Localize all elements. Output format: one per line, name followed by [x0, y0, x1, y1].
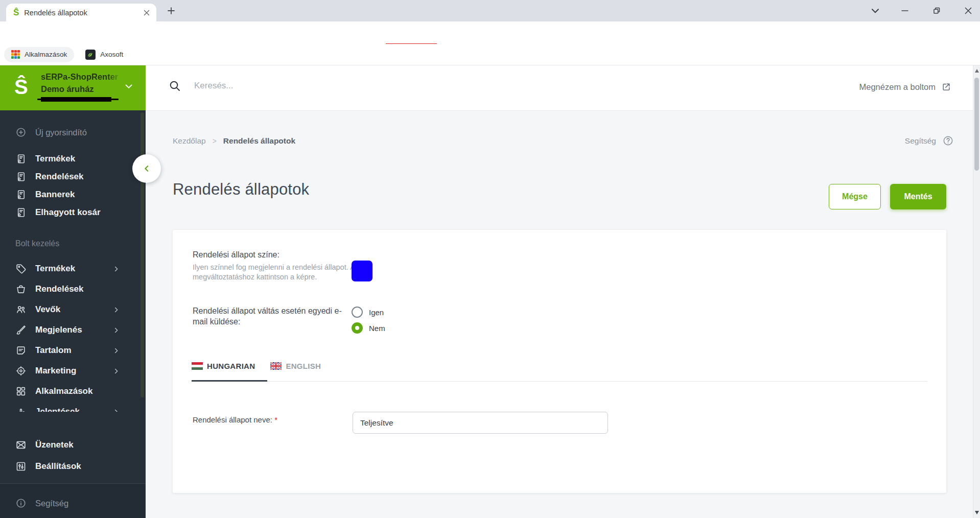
- search-icon[interactable]: [169, 80, 181, 92]
- new-shortcut-button[interactable]: Új gyorsindító: [0, 125, 142, 139]
- sidebar-item-beallitasok[interactable]: Beállítások: [0, 456, 142, 477]
- axosoft-icon: [85, 50, 96, 60]
- breadcrumb-separator: >: [213, 137, 217, 145]
- sidebar-item-megjelenes[interactable]: Megjelenés: [0, 320, 142, 340]
- sidebar-item-label: Tartalom: [35, 345, 72, 356]
- chevron-right-icon: [112, 408, 120, 412]
- target-icon: [15, 365, 27, 376]
- radio-unselected[interactable]: [352, 307, 363, 318]
- page-scrollbar[interactable]: [973, 65, 980, 518]
- sidebar-item-vevok[interactable]: Vevők: [0, 299, 142, 320]
- search-input[interactable]: [194, 81, 409, 91]
- shoprenter-logo-icon: Ŝ: [14, 76, 28, 98]
- tab-title: Rendelés állapotok: [24, 9, 142, 17]
- radio-option-yes[interactable]: Igen: [352, 307, 384, 318]
- quicklink-label: Bannerek: [35, 190, 75, 200]
- radio-yes-label: Igen: [369, 308, 384, 317]
- status-name-input[interactable]: [353, 412, 608, 434]
- color-field-description: Ilyen színnel fog megjelenni a rendelési…: [193, 263, 360, 282]
- chevron-right-icon: [112, 347, 120, 355]
- sidebar-bottom-panel: Segítség: [0, 484, 146, 518]
- sidebar-item-rendelesek[interactable]: Rendelések: [0, 279, 142, 299]
- name-field-label: Rendelési állapot neve: *: [193, 415, 277, 424]
- store-chevron-down-icon[interactable]: [124, 81, 134, 91]
- sidebar-item-segitseg[interactable]: Segítség: [0, 493, 142, 513]
- tab-hungarian-label: HUNGARIAN: [207, 362, 255, 370]
- apps-grid-icon: [11, 50, 20, 59]
- tab-close-icon[interactable]: [142, 8, 151, 17]
- browser-url-row: teszt437.shoprenter.hu/admin/index.php?r…: [0, 21, 980, 44]
- tag-icon: [15, 263, 27, 274]
- new-tab-button[interactable]: [166, 5, 177, 16]
- quicklink-bannerek[interactable]: Bannerek: [0, 185, 142, 203]
- sidebar-item-label: Megjelenés: [35, 325, 82, 335]
- breadcrumb-home[interactable]: Kezdőlap: [173, 136, 206, 146]
- tab-english-label: ENGLISH: [286, 362, 321, 370]
- page-scrollbar-thumb[interactable]: [974, 78, 979, 171]
- settings-icon: [15, 461, 27, 472]
- window-minimize-button[interactable]: [899, 5, 911, 16]
- sidebar-item-label: Marketing: [35, 366, 76, 376]
- bookmarks-bar: Alkalmazások Axosoft: [0, 44, 980, 65]
- sidebar-item-uzenetek[interactable]: Üzenetek: [0, 434, 142, 456]
- bookmark-apps[interactable]: Alkalmazások: [4, 47, 74, 62]
- sidebar-collapse-button[interactable]: [132, 154, 161, 183]
- window-close-button[interactable]: [963, 5, 974, 16]
- tab-search-chevron-icon[interactable]: [870, 5, 881, 16]
- email-field-label: Rendelési állapot váltás esetén egyedi e…: [193, 305, 356, 327]
- chevron-right-icon: [112, 306, 120, 314]
- order-status-form-card: Rendelési állapot színe: Ilyen színnel f…: [173, 230, 946, 493]
- quicklink-rendelesek[interactable]: Rendelések: [0, 168, 142, 185]
- store-name-line2: Demo áruház: [41, 84, 122, 94]
- radio-option-no[interactable]: Nem: [352, 322, 385, 334]
- color-field-label: Rendelési állapot színe:: [193, 250, 279, 260]
- sidebar-item-label: Termékek: [35, 264, 75, 274]
- required-asterisk: *: [274, 415, 277, 424]
- plus-circle-icon: [15, 127, 27, 138]
- scroll-down-arrow-icon[interactable]: [975, 511, 979, 514]
- bookmark-axosoft[interactable]: Axosoft: [85, 50, 123, 60]
- sidebar-section-label: Bolt kezelés: [15, 239, 59, 248]
- breadcrumb-current: Rendelés állapotok: [223, 136, 295, 146]
- quicklink-termekek[interactable]: Termékek: [0, 150, 142, 168]
- view-store-link[interactable]: Megnézem a boltom: [859, 82, 952, 92]
- quicklink-label: Rendelések: [35, 172, 84, 182]
- customers-icon: [15, 304, 27, 315]
- tab-english[interactable]: ENGLISH: [270, 362, 321, 370]
- hungarian-flag-icon: [192, 362, 203, 370]
- reports-icon: [15, 406, 27, 412]
- page-help-link[interactable]: Segítség: [905, 135, 954, 147]
- sidebar-item-label: Üzenetek: [35, 440, 74, 450]
- sidebar-item-label: Alkalmazások: [35, 386, 92, 396]
- sidebar-item-jelentesek[interactable]: Jelentések: [0, 402, 142, 412]
- browser-tab[interactable]: Ŝ Rendelés állapotok: [6, 4, 156, 21]
- cancel-button[interactable]: Mégse: [829, 184, 881, 209]
- chevron-right-icon: [112, 326, 120, 334]
- external-link-icon: [941, 82, 951, 92]
- radio-selected[interactable]: [352, 322, 363, 334]
- active-tab-underline: [192, 380, 267, 382]
- sidebar-item-tartalom[interactable]: Tartalom: [0, 340, 142, 361]
- bookmark-apps-label: Alkalmazások: [25, 51, 67, 58]
- sidebar-item-marketing[interactable]: Marketing: [0, 361, 142, 381]
- brush-icon: [15, 324, 27, 336]
- store-switcher[interactable]: Ŝ sERPa-ShopRenter Demo áruház: [0, 65, 146, 110]
- quicklink-label: Elhagyott kosár: [35, 207, 101, 218]
- sidebar-menu: Termékek Rendelések Vevők Megjelenés Tar…: [0, 258, 146, 412]
- sidebar-item-label: Rendelések: [35, 284, 84, 294]
- sidebar-item-alkalmazasok[interactable]: Alkalmazások: [0, 381, 142, 402]
- status-color-swatch[interactable]: [352, 261, 372, 281]
- sidebar: Ŝ sERPa-ShopRenter Demo áruház Új gyorsi…: [0, 65, 146, 518]
- window-restore-button[interactable]: [931, 5, 942, 16]
- sidebar-item-label: Jelentések: [35, 407, 80, 412]
- save-button[interactable]: Mentés: [890, 184, 946, 209]
- info-icon: [15, 498, 27, 509]
- new-shortcut-label: Új gyorsindító: [35, 128, 87, 137]
- scroll-up-arrow-icon[interactable]: [975, 69, 979, 73]
- page-help-label: Segítség: [905, 136, 936, 146]
- sidebar-item-termekek[interactable]: Termékek: [0, 258, 142, 279]
- tab-hungarian[interactable]: HUNGARIAN: [192, 362, 255, 370]
- browser-tab-strip: Ŝ Rendelés állapotok: [0, 0, 980, 21]
- quicklink-elhagyott-kosar[interactable]: Elhagyott kosár: [0, 203, 142, 221]
- envelope-icon: [15, 439, 27, 451]
